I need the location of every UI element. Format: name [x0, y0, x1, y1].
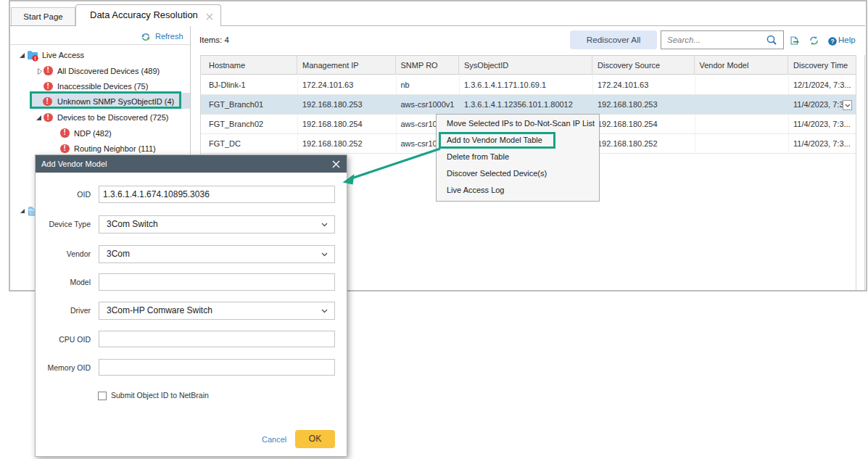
svg-text:?: ?	[830, 38, 834, 45]
svg-text:!: !	[34, 55, 36, 62]
